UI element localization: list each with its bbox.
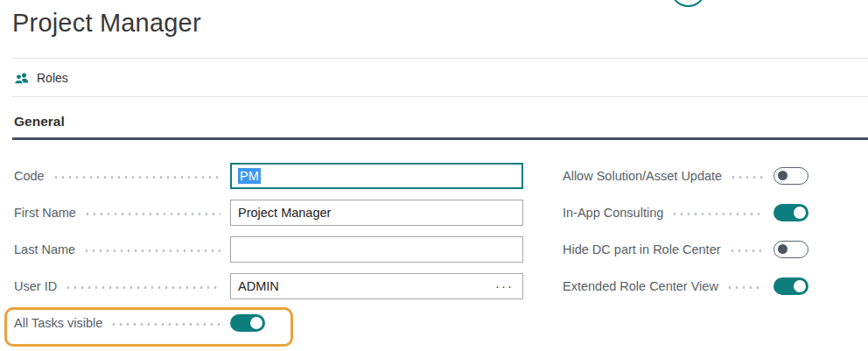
page-title: Project Manager bbox=[12, 9, 201, 38]
field-row-hide-dc-part: Hide DC part in Role Center bbox=[563, 236, 808, 263]
last-name-input[interactable] bbox=[230, 236, 523, 263]
dotted-leader bbox=[65, 286, 220, 289]
extended-role-center-view-toggle[interactable] bbox=[774, 277, 808, 295]
user-id-label: User ID bbox=[14, 279, 57, 293]
dotted-leader bbox=[729, 249, 764, 252]
page: Project Manager Roles General Code bbox=[0, 0, 868, 351]
form-left-column: Code PM First Name Last Name User ID bbox=[14, 163, 523, 347]
allow-solution-asset-update-label: Allow Solution/Asset Update bbox=[563, 169, 722, 183]
code-label: Code bbox=[14, 169, 45, 183]
extended-role-center-view-label: Extended Role Center View bbox=[563, 279, 718, 293]
last-name-label: Last Name bbox=[14, 242, 75, 256]
in-app-consulting-label: In-App Consulting bbox=[563, 206, 663, 220]
field-row-first-name: First Name bbox=[14, 200, 523, 226]
dotted-leader bbox=[671, 213, 764, 215]
people-icon bbox=[14, 72, 29, 85]
in-app-consulting-toggle[interactable] bbox=[774, 204, 808, 221]
field-row-last-name: Last Name bbox=[14, 236, 523, 263]
dotted-leader bbox=[83, 249, 220, 252]
field-row-in-app-consulting: In-App Consulting bbox=[563, 200, 808, 226]
allow-solution-asset-update-toggle[interactable] bbox=[774, 167, 808, 185]
field-row-extended-role-center-view: Extended Role Center View bbox=[563, 273, 808, 299]
action-bar: Roles bbox=[14, 60, 68, 96]
dotted-leader bbox=[730, 176, 764, 179]
section-title: General bbox=[14, 114, 868, 130]
user-id-value: ADMIN bbox=[238, 279, 279, 293]
roles-menu-item[interactable]: Roles bbox=[14, 71, 68, 85]
avatar-circle[interactable] bbox=[670, 0, 706, 7]
first-name-label: First Name bbox=[14, 206, 76, 220]
dotted-leader bbox=[726, 286, 764, 289]
code-input[interactable]: PM bbox=[230, 163, 523, 189]
hide-dc-part-toggle[interactable] bbox=[774, 241, 808, 258]
dotted-leader bbox=[110, 323, 220, 326]
all-tasks-visible-label: All Tasks visible bbox=[14, 316, 102, 330]
all-tasks-visible-toggle[interactable] bbox=[230, 314, 265, 332]
divider-below-actions bbox=[12, 96, 868, 97]
field-row-all-tasks-visible: All Tasks visible bbox=[14, 310, 523, 336]
divider-top bbox=[12, 58, 868, 59]
user-id-input[interactable]: ADMIN ··· bbox=[230, 273, 523, 299]
section-header-general[interactable]: General bbox=[12, 110, 868, 140]
user-id-assist-edit-button[interactable]: ··· bbox=[494, 282, 515, 291]
code-selected-text: PM bbox=[238, 168, 261, 184]
hide-dc-part-label: Hide DC part in Role Center bbox=[563, 242, 721, 256]
field-row-user-id: User ID ADMIN ··· bbox=[14, 273, 523, 299]
field-row-code: Code PM bbox=[14, 163, 523, 189]
dotted-leader bbox=[84, 213, 220, 215]
first-name-input[interactable] bbox=[230, 200, 523, 226]
field-row-allow-solution-asset-update: Allow Solution/Asset Update bbox=[563, 163, 808, 189]
dotted-leader bbox=[52, 176, 220, 179]
roles-menu-item-label: Roles bbox=[37, 71, 68, 85]
form-right-column: Allow Solution/Asset Update In-App Consu… bbox=[563, 163, 808, 310]
